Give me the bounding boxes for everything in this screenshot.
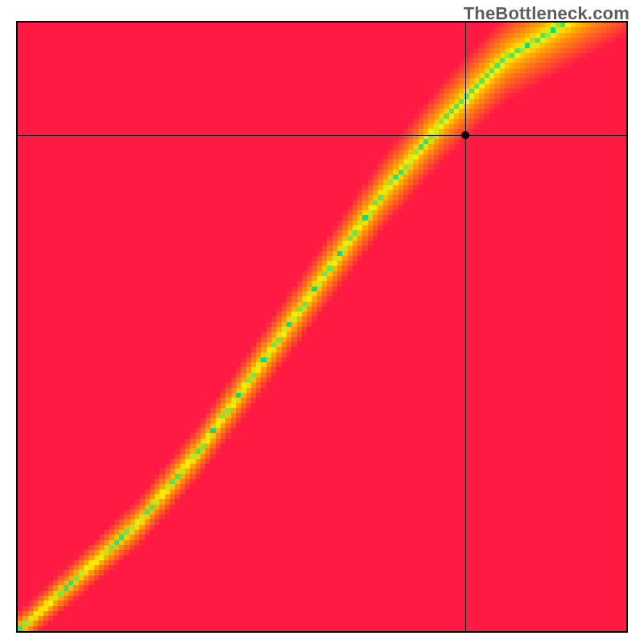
crosshair-vertical (465, 23, 466, 631)
heatmap-canvas (18, 23, 626, 631)
chart-container: TheBottleneck.com (0, 0, 644, 644)
plot-frame (16, 21, 628, 633)
watermark-text: TheBottleneck.com (464, 3, 630, 24)
crosshair-horizontal (18, 135, 626, 136)
marker-dot (461, 131, 469, 139)
